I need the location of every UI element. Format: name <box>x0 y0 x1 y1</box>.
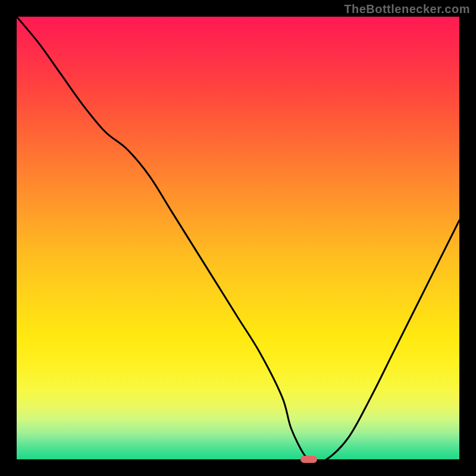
bottleneck-curve <box>17 17 459 459</box>
plot-area <box>17 17 459 459</box>
optimal-point-marker <box>300 456 317 463</box>
attribution-text: TheBottlenecker.com <box>344 2 470 16</box>
chart-frame: TheBottlenecker.com <box>0 0 476 476</box>
